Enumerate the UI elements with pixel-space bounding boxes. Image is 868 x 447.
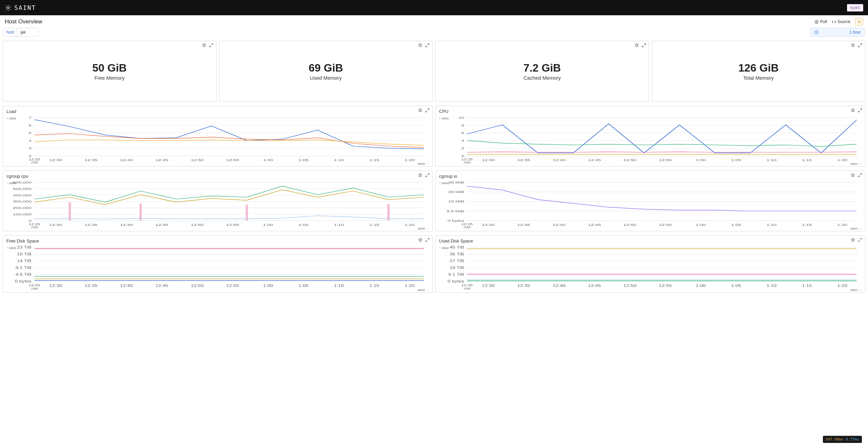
svg-text:12:30: 12:30	[482, 158, 495, 162]
svg-rect-3	[858, 20, 859, 23]
svg-text:12:40: 12:40	[553, 223, 566, 227]
chart-load: Load ↑ value 23456712:25AM12:3012:3512:4…	[3, 106, 433, 167]
source-button[interactable]: Source	[832, 19, 850, 24]
svg-text:1:15: 1:15	[802, 158, 812, 162]
pin-icon[interactable]	[635, 43, 639, 48]
svg-text:1:10: 1:10	[767, 158, 777, 162]
svg-text:0: 0	[461, 154, 464, 158]
svg-text:18 TiB: 18 TiB	[17, 252, 32, 256]
expand-icon[interactable]	[425, 108, 430, 114]
pin-icon[interactable]	[418, 108, 422, 114]
svg-text:12:45: 12:45	[588, 223, 601, 227]
pin-icon[interactable]	[851, 108, 855, 114]
timerange-label: 1 hour	[849, 30, 861, 35]
pin-icon[interactable]	[851, 43, 855, 48]
svg-rect-99	[246, 205, 248, 220]
chart-row-2: cgroup cpu ↑ value 0100,000200,000300,00…	[0, 169, 868, 234]
pin-icon[interactable]	[418, 238, 422, 243]
expand-icon[interactable]	[425, 238, 430, 243]
svg-text:12:35: 12:35	[517, 158, 530, 162]
time-range-picker[interactable]: 1 hour	[810, 28, 865, 37]
svg-text:12:45: 12:45	[155, 158, 168, 162]
svg-point-0	[7, 7, 9, 8]
expand-icon[interactable]	[425, 173, 430, 178]
expand-icon[interactable]	[858, 108, 862, 114]
chart-free_disk: Free Disk Space ↑ value 0 bytes4.5 TiB9.…	[3, 235, 433, 293]
svg-text:12:40: 12:40	[120, 158, 133, 162]
chart-row-3: Free Disk Space ↑ value 0 bytes4.5 TiB9.…	[0, 234, 868, 295]
svg-text:9.1 TiB: 9.1 TiB	[448, 272, 464, 276]
svg-text:0 bytes: 0 bytes	[448, 279, 464, 283]
svg-line-14	[428, 109, 429, 110]
svg-text:1:15: 1:15	[369, 158, 379, 162]
svg-text:1:10: 1:10	[334, 284, 344, 288]
svg-text:12:55: 12:55	[659, 223, 672, 227]
svg-text:12:30: 12:30	[49, 223, 62, 227]
svg-text:12:45: 12:45	[155, 284, 168, 288]
pull-button[interactable]: Pull	[814, 19, 827, 24]
svg-line-8	[428, 44, 429, 45]
svg-text:12:50: 12:50	[623, 223, 636, 227]
pin-icon[interactable]	[851, 173, 855, 178]
svg-text:1:10: 1:10	[334, 158, 344, 162]
target-icon	[814, 20, 819, 24]
clock-icon	[814, 30, 819, 35]
svg-text:12:35: 12:35	[517, 284, 530, 288]
pause-button[interactable]	[855, 18, 863, 25]
svg-text:12:40: 12:40	[553, 284, 566, 288]
expand-icon[interactable]	[209, 43, 213, 48]
chart-title: Load	[3, 106, 432, 115]
brand-gear-icon	[5, 4, 12, 11]
svg-line-42	[858, 111, 860, 112]
svg-text:14 TiB: 14 TiB	[17, 259, 32, 263]
stat-panel-used-memory: 69 GiB Used Memory	[219, 41, 433, 102]
svg-text:AM: AM	[464, 286, 470, 290]
brand[interactable]: SAINT	[5, 4, 36, 11]
expand-icon[interactable]	[858, 173, 862, 178]
svg-text:12:45: 12:45	[588, 284, 601, 288]
svg-text:200,000: 200,000	[13, 206, 32, 210]
svg-text:12:40: 12:40	[120, 223, 133, 227]
svg-text:12:50: 12:50	[191, 158, 204, 162]
svg-text:29 MiB: 29 MiB	[448, 190, 464, 194]
expand-icon[interactable]	[642, 43, 646, 48]
svg-text:38 MiB: 38 MiB	[448, 180, 464, 184]
x-axis-label: when →	[850, 162, 862, 166]
svg-line-12	[861, 44, 862, 45]
svg-text:400,000: 400,000	[13, 193, 32, 197]
svg-text:9.1 TiB: 9.1 TiB	[16, 266, 32, 270]
stat-label: Total Memory	[743, 75, 774, 81]
user-chip[interactable]: hydr0	[847, 4, 863, 12]
host-filter-pill[interactable]: host jak	[3, 28, 38, 37]
y-axis-label: ↑ value	[6, 246, 16, 250]
x-axis-label: when →	[418, 227, 429, 230]
stat-panel-total-memory: 126 GiB Total Memory	[652, 41, 866, 102]
svg-text:12:35: 12:35	[517, 223, 530, 227]
chart-cgroup_io: cgroup io ↑ value 0 bytes9.5 MiB19 MiB29…	[435, 171, 865, 231]
expand-icon[interactable]	[425, 43, 430, 48]
x-axis-label: when →	[418, 288, 429, 292]
svg-text:0 bytes: 0 bytes	[15, 279, 32, 283]
svg-text:AM: AM	[464, 161, 470, 164]
svg-line-153	[861, 238, 862, 240]
svg-text:100,000: 100,000	[13, 212, 32, 216]
svg-line-13	[858, 46, 860, 47]
pin-icon[interactable]	[418, 173, 422, 178]
svg-rect-98	[139, 203, 142, 221]
expand-icon[interactable]	[858, 238, 862, 243]
x-axis-label: when →	[850, 227, 862, 230]
svg-text:10: 10	[458, 116, 464, 120]
pin-icon[interactable]	[418, 43, 422, 48]
expand-icon[interactable]	[858, 43, 862, 48]
svg-text:12:55: 12:55	[226, 223, 239, 227]
chart-title: CPU	[436, 106, 865, 115]
svg-text:0: 0	[29, 219, 32, 223]
pin-icon[interactable]	[851, 238, 855, 243]
chart-used_disk: Used Disk Space ↑ value 0 bytes9.1 TiB18…	[435, 235, 865, 293]
svg-text:1:00: 1:00	[696, 223, 706, 227]
svg-text:23 TiB: 23 TiB	[17, 245, 32, 249]
y-axis-label: ↑ value	[6, 117, 16, 120]
pin-icon[interactable]	[202, 43, 206, 48]
stat-panel-free-memory: 50 GiB Free Memory	[3, 41, 216, 102]
topbar: SAINT hydr0	[0, 0, 868, 15]
